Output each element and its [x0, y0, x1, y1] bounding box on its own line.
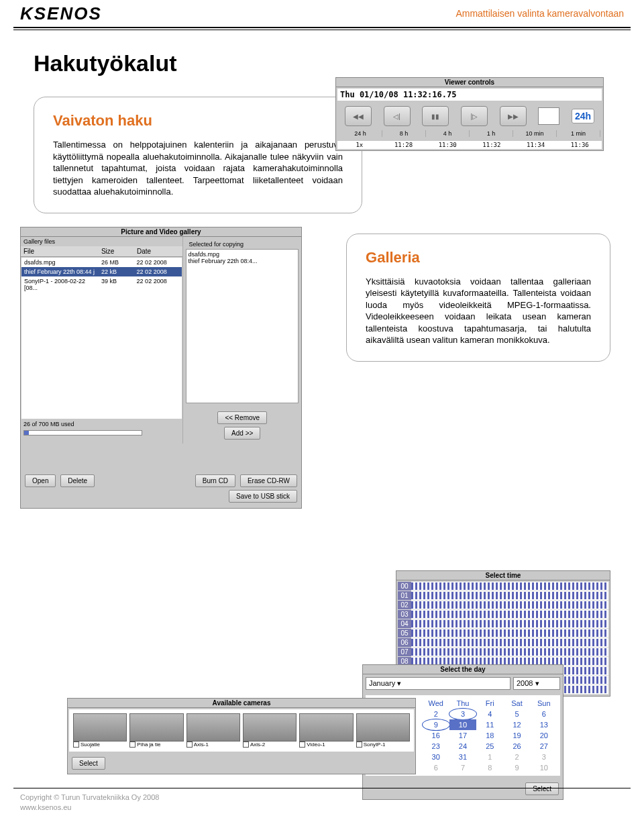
- calendar-day[interactable]: 27: [531, 741, 557, 752]
- checkbox-icon[interactable]: [243, 742, 249, 748]
- section-galleria: Galleria Yksittäisiä kuvaotoksia voidaan…: [346, 234, 610, 362]
- burn-cd-button[interactable]: Burn CD: [195, 474, 235, 487]
- span-option[interactable]: 8 h: [382, 130, 426, 137]
- calendar-day[interactable]: 8: [476, 762, 503, 773]
- gallery-window: Picture and Video gallery Gallery files …: [20, 227, 302, 509]
- section-title: Vaivaton haku: [53, 112, 343, 130]
- viewer-controls-window: Viewer controls Thu 01/10/08 11:32:16.75…: [335, 77, 604, 151]
- timeline-row[interactable]: 05: [398, 629, 608, 638]
- open-button[interactable]: Open: [25, 474, 56, 487]
- calendar-day[interactable]: 5: [503, 709, 530, 719]
- calendar-day[interactable]: 17: [449, 730, 476, 741]
- checkbox-icon[interactable]: [356, 742, 362, 748]
- remove-button[interactable]: << Remove: [217, 411, 267, 424]
- calendar-day[interactable]: 20: [531, 730, 557, 741]
- calendar-day[interactable]: 13: [531, 719, 557, 730]
- calendar-day[interactable]: 25: [476, 741, 503, 752]
- span-option[interactable]: 4 h: [426, 130, 470, 137]
- calendar-day[interactable]: 23: [423, 741, 449, 752]
- calendar-day[interactable]: 4: [476, 709, 503, 719]
- month-dropdown[interactable]: January ▾: [366, 677, 511, 690]
- calendar-day[interactable]: 7: [449, 762, 476, 773]
- calendar-day[interactable]: 3: [531, 752, 557, 762]
- span-option[interactable]: 24 h: [339, 130, 382, 137]
- calendar-day[interactable]: 26: [503, 741, 530, 752]
- select-button[interactable]: Select: [72, 757, 105, 770]
- save-usb-button[interactable]: Save to USB stick: [229, 490, 297, 503]
- delete-button[interactable]: Delete: [60, 474, 95, 487]
- file-list[interactable]: dsafds.mpg26 MB22 02 2008thief February …: [21, 258, 182, 419]
- available-cameras-window: Available cameras SuojatiePiha ja tieAxi…: [67, 698, 416, 774]
- col-date[interactable]: Date: [134, 246, 182, 256]
- section-body: Tallentimessa on helppotajuinen kalenter…: [53, 139, 343, 198]
- forward-fast-icon[interactable]: ▶▶: [500, 106, 527, 126]
- checkbox-icon[interactable]: [186, 742, 193, 748]
- timeline-row[interactable]: 07: [398, 648, 608, 657]
- timeline-row[interactable]: 04: [398, 619, 608, 629]
- timeline-row[interactable]: 02: [398, 601, 608, 610]
- camera-item[interactable]: Axis-2: [243, 713, 297, 748]
- pause-icon[interactable]: ▮▮: [422, 106, 449, 126]
- calendar-day[interactable]: 19: [503, 730, 530, 741]
- calendar-day[interactable]: 11: [476, 719, 503, 730]
- timeline-row[interactable]: 00: [398, 582, 608, 591]
- rewind-fast-icon[interactable]: ◀◀: [345, 106, 372, 126]
- camera-thumb: [356, 713, 410, 742]
- span-option[interactable]: 1 min: [557, 130, 600, 137]
- calendar-day[interactable]: 31: [449, 752, 476, 762]
- col-size[interactable]: Size: [99, 246, 134, 256]
- camera-item[interactable]: Suojatie: [73, 713, 127, 748]
- timeline-row[interactable]: 01: [398, 591, 608, 601]
- calendar-day[interactable]: 30: [423, 752, 449, 762]
- checkbox-icon[interactable]: [73, 742, 79, 748]
- section-vaivaton-haku: Vaivaton haku Tallentimessa on helppotaj…: [34, 97, 362, 213]
- table-row[interactable]: thief February 22th 08:44 j22 kB22 02 20…: [21, 267, 182, 276]
- calendar-day[interactable]: 3: [449, 709, 476, 719]
- section-title: Galleria: [366, 249, 591, 266]
- camera-item[interactable]: Axis-1: [186, 713, 240, 748]
- checkbox-icon[interactable]: [299, 742, 305, 748]
- calendar-day[interactable]: 16: [423, 730, 449, 741]
- checkbox-icon[interactable]: [129, 742, 136, 748]
- camera-item[interactable]: Piha ja tie: [129, 713, 183, 748]
- calendar-day[interactable]: 1: [476, 752, 503, 762]
- step-back-icon[interactable]: ◁|: [384, 106, 411, 126]
- calendar-day[interactable]: 24: [449, 741, 476, 752]
- calendar-day[interactable]: 18: [476, 730, 503, 741]
- day-header: Sat: [503, 698, 530, 709]
- table-row[interactable]: dsafds.mpg26 MB22 02 2008: [21, 258, 182, 267]
- selected-list[interactable]: dsafds.mpgthief February 22th 08:4...: [186, 249, 299, 403]
- timeline-row[interactable]: 03: [398, 610, 608, 619]
- usage-label: 26 of 700 MB used: [21, 419, 182, 429]
- col-file[interactable]: File: [21, 246, 99, 256]
- time-tick: 11:34: [514, 141, 558, 149]
- list-item[interactable]: dsafds.mpg: [188, 251, 297, 258]
- logo: KSENOS: [20, 3, 102, 24]
- camera-thumb: [299, 713, 353, 742]
- erase-cd-button[interactable]: Erase CD-RW: [240, 474, 297, 487]
- calendar-day[interactable]: 9: [423, 719, 449, 730]
- copyright: Copyright © Turun Turvatekniikka Oy 2008: [20, 793, 159, 802]
- calendar-day[interactable]: 9: [503, 762, 530, 773]
- camera-item[interactable]: Video-1: [299, 713, 353, 748]
- table-row[interactable]: SonyIP-1 - 2008-02-22 [08...39 kB22 02 2…: [21, 276, 182, 293]
- calendar-day[interactable]: 12: [503, 719, 530, 730]
- calendar-day[interactable]: 6: [531, 709, 557, 719]
- tagline: Ammattilaisen valinta kameravalvontaan: [455, 8, 624, 19]
- add-button[interactable]: Add >>: [224, 427, 260, 440]
- calendar-day[interactable]: 6: [423, 762, 449, 773]
- camera-thumb: [73, 713, 127, 742]
- list-item[interactable]: thief February 22th 08:4...: [188, 258, 297, 264]
- camera-item[interactable]: SonyIP-1: [356, 713, 410, 748]
- span-option[interactable]: 10 min: [513, 130, 557, 137]
- year-dropdown[interactable]: 2008 ▾: [513, 677, 560, 690]
- calendar-day[interactable]: 2: [423, 709, 449, 719]
- calendar-day[interactable]: 10: [449, 719, 476, 730]
- timeline-row[interactable]: 06: [398, 638, 608, 648]
- step-fwd-icon[interactable]: |▷: [461, 106, 488, 126]
- calendar-icon[interactable]: [538, 107, 559, 125]
- span-option[interactable]: 1 h: [470, 130, 513, 137]
- calendar-day[interactable]: 10: [531, 762, 557, 773]
- span-badge[interactable]: 24h: [572, 109, 594, 123]
- calendar-day[interactable]: 2: [503, 752, 530, 762]
